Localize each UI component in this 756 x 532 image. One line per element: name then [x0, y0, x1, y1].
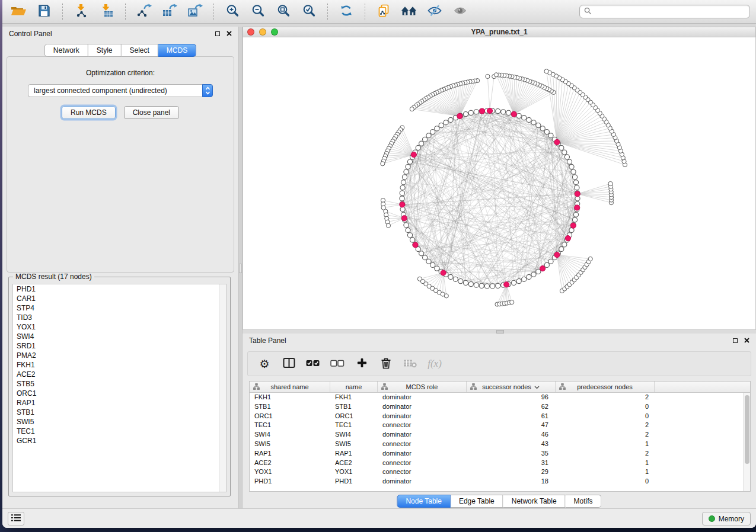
shared-column-icon: [253, 383, 260, 391]
export-image-button[interactable]: [185, 2, 205, 21]
table-cell: 1: [556, 440, 655, 449]
tab-select[interactable]: Select: [122, 44, 158, 57]
search-input[interactable]: [595, 7, 745, 17]
zoom-out-button[interactable]: [248, 2, 268, 21]
column-header-predecessor-nodes[interactable]: predecessor nodes: [556, 382, 655, 392]
table-row[interactable]: ORC1ORC1dominator610: [250, 412, 750, 421]
mcds-result-item[interactable]: YOX1: [13, 322, 226, 332]
optimization-criterion-select[interactable]: largest connected component (undirected): [28, 84, 213, 97]
table-row[interactable]: SWI4SWI4dominator462: [250, 430, 750, 440]
select-all-button[interactable]: [305, 355, 321, 372]
tab-mcds[interactable]: MCDS: [158, 44, 196, 57]
float-panel-icon[interactable]: [215, 31, 220, 36]
mcds-result-item[interactable]: ORC1: [13, 389, 226, 398]
control-panel: Control Panel NetworkStyleSelectMCDS Opt…: [2, 27, 238, 508]
table-row[interactable]: PHD1PHD1dominator180: [250, 477, 750, 486]
export-table-button[interactable]: [160, 2, 180, 21]
search-field[interactable]: [579, 5, 750, 18]
export-network-icon: [136, 4, 152, 20]
close-panel-icon[interactable]: [744, 336, 749, 345]
zoom-fit-button[interactable]: [273, 2, 294, 21]
zoom-in-button[interactable]: [222, 2, 243, 21]
tab-node-table[interactable]: Node Table: [397, 495, 451, 508]
splitter-grip[interactable]: [239, 264, 242, 273]
mcds-result-item[interactable]: SWI4: [13, 332, 226, 341]
vertical-splitter[interactable]: [238, 27, 243, 508]
column-settings-button[interactable]: ⚙: [257, 355, 272, 372]
first-neighbors-button[interactable]: [399, 2, 419, 21]
clone-network-button[interactable]: [374, 2, 394, 21]
split-panel-button[interactable]: [281, 355, 296, 372]
table-row[interactable]: SWI5SWI5connector431: [250, 440, 750, 449]
mcds-result-item[interactable]: TID3: [13, 313, 226, 322]
close-panel-button[interactable]: Close panel: [124, 106, 179, 119]
column-label: shared name: [270, 383, 308, 390]
mcds-result-item[interactable]: TEC1: [13, 427, 226, 436]
close-window-icon[interactable]: [247, 28, 254, 36]
export-network-button[interactable]: [134, 2, 154, 21]
close-panel-icon[interactable]: [227, 30, 232, 38]
tab-network[interactable]: Network: [44, 44, 88, 57]
table-cell: 61: [467, 412, 556, 421]
table-row[interactable]: FKH1FKH1dominator962: [250, 393, 750, 402]
open-session-button[interactable]: [8, 2, 28, 21]
memory-button[interactable]: Memory: [702, 512, 751, 525]
table-row[interactable]: STB1STB1dominator620: [250, 402, 750, 412]
save-session-button[interactable]: [34, 2, 54, 21]
column-header-name[interactable]: name: [330, 382, 378, 392]
memory-status-icon: [709, 515, 715, 522]
add-row-button[interactable]: [354, 355, 369, 372]
table-row[interactable]: RAP1RAP1dominator352: [250, 449, 750, 459]
table-row[interactable]: ACE2ACE2connector311: [250, 459, 750, 468]
network-graph[interactable]: [243, 37, 755, 329]
network-window: YPA_prune.txt_1: [243, 27, 756, 330]
table-scrollbar[interactable]: [743, 393, 750, 491]
hide-selected-button[interactable]: [425, 2, 445, 21]
tab-style[interactable]: Style: [88, 44, 122, 57]
mcds-result-item[interactable]: SWI5: [13, 417, 226, 427]
maximize-window-icon[interactable]: [271, 28, 278, 36]
tab-edge-table[interactable]: Edge Table: [451, 495, 503, 508]
mcds-result-item[interactable]: ACE2: [13, 370, 226, 379]
run-mcds-button[interactable]: Run MCDS: [62, 106, 116, 119]
mcds-result-item[interactable]: CAR1: [13, 294, 226, 303]
function-builder-button[interactable]: f(x): [427, 355, 442, 372]
mcds-result-item[interactable]: STB1: [13, 408, 226, 417]
tab-motifs[interactable]: Motifs: [566, 495, 602, 508]
deselect-all-button[interactable]: [330, 355, 345, 372]
mcds-result-item[interactable]: STP4: [13, 303, 226, 313]
column-header-MCDS-role[interactable]: MCDS role: [378, 382, 467, 392]
table-tabs: Node TableEdge TableNetwork TableMotifs: [397, 495, 601, 508]
zoom-selected-button[interactable]: [299, 2, 319, 21]
import-table-button[interactable]: [97, 2, 117, 21]
table-cell: 31: [467, 459, 556, 468]
mcds-result-item[interactable]: PHD1: [13, 284, 226, 294]
table-cell: 0: [556, 477, 655, 486]
mcds-result-item[interactable]: SRD1: [13, 341, 226, 351]
mcds-result-item[interactable]: GCR1: [13, 436, 226, 446]
column-header-shared-name[interactable]: shared name: [250, 382, 330, 392]
mcds-result-item[interactable]: STB5: [13, 379, 226, 389]
mcds-result-item[interactable]: PMA2: [13, 351, 226, 360]
tab-network-table[interactable]: Network Table: [503, 495, 566, 508]
mcds-result-item[interactable]: RAP1: [13, 398, 226, 408]
refresh-button[interactable]: [336, 2, 356, 21]
list-scrollbar[interactable]: [219, 284, 226, 492]
task-history-button[interactable]: [8, 512, 24, 525]
column-header-successor-nodes[interactable]: successor nodes: [467, 382, 556, 392]
scrollbar-thumb[interactable]: [745, 395, 749, 464]
show-all-button[interactable]: [450, 2, 470, 21]
mcds-result-title: MCDS result (17 nodes): [13, 273, 94, 281]
delete-row-button[interactable]: [378, 355, 394, 372]
table-row[interactable]: YOX1YOX1connector291: [250, 467, 750, 477]
graph-leaf-nodes[interactable]: [381, 69, 627, 307]
import-network-button[interactable]: [71, 2, 91, 21]
add-row-icon: [357, 358, 367, 370]
save-session-icon: [37, 4, 51, 20]
table-row[interactable]: TEC1TEC1connector472: [250, 421, 750, 430]
mcds-result-item[interactable]: FKH1: [13, 360, 226, 370]
float-panel-icon[interactable]: [733, 338, 738, 343]
network-canvas[interactable]: [243, 37, 756, 330]
clear-table-button[interactable]: [403, 355, 418, 372]
minimize-window-icon[interactable]: [259, 28, 266, 36]
